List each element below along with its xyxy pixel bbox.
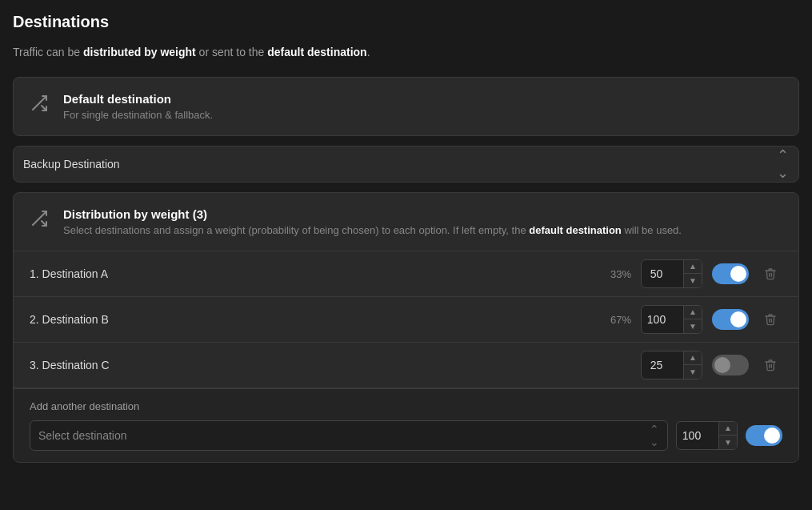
dest-delete-btn-1[interactable]: [758, 262, 782, 286]
select-destination-chevron: ⌃⌄: [650, 423, 659, 448]
dest-name-1: 1. Destination A: [30, 267, 593, 280]
dest-name-3: 3. Destination C: [30, 359, 593, 371]
select-destination-select[interactable]: Select destination: [38, 429, 645, 442]
dest-toggle-slider-2: [712, 309, 749, 330]
distribution-content: Distribution by weight (3) Select destin…: [63, 207, 682, 236]
add-destination-section: Add another destination Select destinati…: [14, 388, 798, 462]
default-destination-option: Default destination For single destinati…: [14, 78, 798, 135]
dest-weight-down-btn-2[interactable]: ▼: [684, 319, 702, 334]
default-destination-card: Default destination For single destinati…: [13, 77, 799, 136]
add-destination-toggle-slider: [746, 425, 782, 446]
add-weight-input[interactable]: [677, 429, 718, 442]
distribution-desc: Select destinations and assign a weight …: [63, 224, 682, 236]
add-weight-spinners: ▲ ▼: [718, 421, 737, 450]
dest-weight-spinners-2: ▲▼: [683, 305, 702, 334]
page-title: Destinations: [13, 13, 799, 31]
distribution-title: Distribution by weight (3): [63, 207, 682, 221]
default-destination-desc: For single destination & fallback.: [63, 109, 213, 121]
destinations-list: 1. Destination A33%▲▼2. Destination B67%…: [14, 251, 798, 388]
destination-row: 2. Destination B67%▲▼: [14, 297, 798, 343]
dest-weight-wrapper-2: ▲▼: [641, 305, 702, 334]
dest-weight-up-btn-3[interactable]: ▲: [684, 351, 702, 365]
dest-weight-input-2[interactable]: [642, 313, 683, 326]
dest-delete-btn-3[interactable]: [758, 353, 782, 377]
add-weight-up-btn[interactable]: ▲: [719, 421, 737, 436]
add-weight-down-btn[interactable]: ▼: [719, 436, 737, 450]
page-description: Traffic can be distributed by weight or …: [13, 44, 799, 61]
dest-name-2: 2. Destination B: [30, 313, 593, 326]
dest-delete-btn-2[interactable]: [758, 307, 782, 331]
add-destination-row: Select destination ⌃⌄ ▲ ▼: [30, 420, 782, 451]
distribution-header: Distribution by weight (3) Select destin…: [14, 193, 798, 251]
select-destination-wrapper[interactable]: Select destination ⌃⌄: [30, 420, 668, 451]
dest-weight-spinners-1: ▲▼: [683, 259, 702, 288]
dest-weight-up-btn-2[interactable]: ▲: [684, 305, 702, 319]
distribution-shuffle-icon: [30, 209, 52, 231]
dest-weight-spinners-3: ▲▼: [683, 351, 702, 379]
backup-destination-select[interactable]: Backup Destination: [23, 158, 789, 171]
backup-destination-card: Backup Destination ⌃⌄: [13, 146, 799, 183]
dest-weight-input-3[interactable]: [642, 359, 683, 371]
backup-destination-wrapper[interactable]: Backup Destination ⌃⌄: [23, 158, 789, 171]
dest-weight-up-btn-1[interactable]: ▲: [684, 259, 702, 274]
dest-percent-2: 67%: [602, 314, 631, 326]
shuffle-icon: [30, 94, 52, 116]
dest-weight-down-btn-1[interactable]: ▼: [684, 274, 702, 288]
dest-weight-wrapper-3: ▲▼: [641, 351, 702, 379]
dest-toggle-3[interactable]: [712, 355, 749, 375]
dest-weight-input-1[interactable]: [642, 267, 683, 280]
dest-toggle-slider-3: [712, 355, 749, 375]
default-destination-title: Default destination: [63, 92, 213, 106]
destination-row: 3. Destination C▲▼: [14, 343, 798, 388]
distribution-card: Distribution by weight (3) Select destin…: [13, 192, 799, 463]
dest-weight-wrapper-1: ▲▼: [641, 259, 702, 288]
add-destination-toggle[interactable]: [746, 425, 782, 446]
add-weight-input-wrapper: ▲ ▼: [676, 421, 738, 450]
backup-destination-row[interactable]: Backup Destination ⌃⌄: [14, 147, 798, 182]
destination-row: 1. Destination A33%▲▼: [14, 251, 798, 297]
dest-percent-1: 33%: [602, 268, 631, 280]
dest-toggle-1[interactable]: [712, 263, 749, 284]
dest-toggle-2[interactable]: [712, 309, 749, 330]
default-destination-content: Default destination For single destinati…: [63, 92, 213, 121]
dest-toggle-slider-1: [712, 263, 749, 284]
add-destination-label: Add another destination: [30, 400, 782, 412]
dest-weight-down-btn-3[interactable]: ▼: [684, 365, 702, 379]
